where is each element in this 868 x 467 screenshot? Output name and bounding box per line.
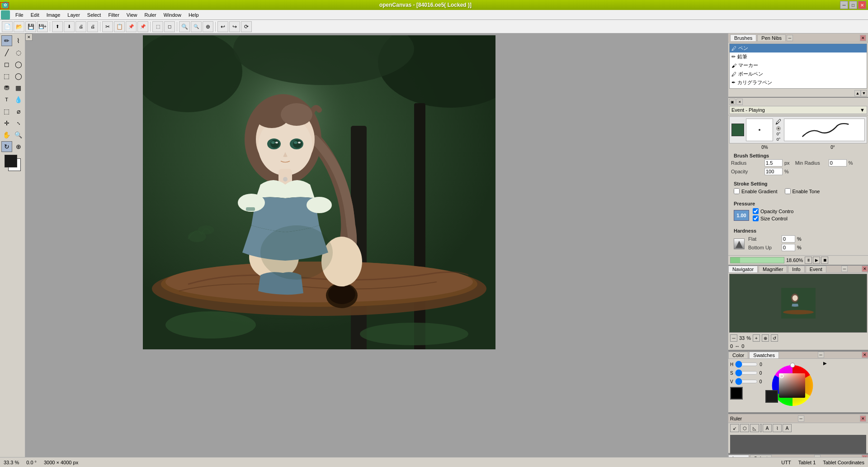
- tab-event[interactable]: Event: [806, 266, 826, 272]
- text-tool[interactable]: T: [1, 94, 12, 105]
- save-as-button[interactable]: 💾+: [37, 21, 48, 32]
- print-button[interactable]: 🖨: [75, 21, 86, 32]
- import-button[interactable]: ⬆: [52, 21, 63, 32]
- select-lasso-tool[interactable]: ⌀: [13, 106, 24, 117]
- maximize-button[interactable]: □: [849, 1, 857, 9]
- zoom-out-button[interactable]: 🔍: [191, 21, 202, 32]
- brush-item-marker[interactable]: 🖌 マーカー: [730, 61, 867, 70]
- zoom2-tool[interactable]: ⊕: [13, 141, 24, 152]
- undo-button[interactable]: ↩: [217, 21, 228, 32]
- menu-file[interactable]: File: [12, 11, 27, 19]
- fit-button[interactable]: ⊕: [203, 21, 213, 32]
- radius-input[interactable]: [764, 159, 783, 167]
- zoom-tool[interactable]: 🔍: [13, 129, 24, 140]
- event-dropdown-arrow[interactable]: ▼: [860, 107, 865, 113]
- ruler-minimize-button[interactable]: ─: [798, 415, 804, 422]
- close-button[interactable]: ✕: [858, 1, 866, 9]
- brushes-close-button[interactable]: ✕: [860, 35, 866, 41]
- min-radius-input[interactable]: [829, 159, 847, 167]
- export-button[interactable]: ⬇: [64, 21, 75, 32]
- brush-action-btn2[interactable]: ✕: [736, 99, 743, 105]
- canvas-artwork[interactable]: [143, 35, 495, 349]
- current-color-swatch[interactable]: [730, 387, 743, 400]
- fill-tool[interactable]: ⛃: [1, 82, 12, 93]
- color-fg-swatch[interactable]: [765, 390, 778, 403]
- zoom-in-button[interactable]: 🔍: [179, 21, 190, 32]
- brush-action-btn1[interactable]: ▣: [729, 99, 736, 105]
- menu-help[interactable]: Help: [185, 11, 203, 19]
- color-close-button[interactable]: ✕: [862, 352, 868, 358]
- color-minimize-button[interactable]: ─: [818, 352, 824, 358]
- brush-color-swatch[interactable]: [731, 124, 744, 136]
- tab-info[interactable]: Info: [788, 266, 804, 272]
- opacity-control-checkbox[interactable]: [753, 208, 759, 214]
- stop-button[interactable]: ⏹: [821, 257, 828, 264]
- menu-select[interactable]: Select: [84, 11, 105, 19]
- open-button[interactable]: 📂: [14, 21, 24, 32]
- select-rect-tool[interactable]: ⬚: [1, 106, 12, 117]
- copy-button[interactable]: 📋: [114, 21, 125, 32]
- nav-fit-button[interactable]: ⊕: [762, 334, 769, 342]
- line-tool[interactable]: ╱: [1, 47, 12, 58]
- brush-tool[interactable]: ⌇: [13, 35, 24, 46]
- cut-button[interactable]: ✂: [102, 21, 113, 32]
- ruler-tool-3[interactable]: ◺: [750, 424, 759, 432]
- ruler-tool-1[interactable]: ↙: [730, 424, 739, 432]
- pause-button[interactable]: ⏸: [805, 257, 812, 264]
- redo2-button[interactable]: ⟳: [241, 21, 252, 32]
- nav-reset-button[interactable]: ↺: [771, 334, 778, 342]
- flat-input[interactable]: [782, 235, 795, 243]
- new-button[interactable]: 📄: [2, 21, 13, 32]
- color-options-button[interactable]: ▶: [823, 361, 827, 366]
- dropper-tool[interactable]: 💧: [13, 94, 24, 105]
- menu-filter[interactable]: Filter: [104, 11, 123, 19]
- ruler-tool-5[interactable]: ⌇: [773, 424, 782, 432]
- canvas-close-button[interactable]: ✕: [25, 33, 33, 41]
- airbrush-tool[interactable]: ◌: [13, 47, 24, 58]
- brush-scroll-down[interactable]: ▼: [861, 90, 867, 96]
- brush-item-pencil[interactable]: ✏ 鉛筆: [730, 52, 867, 61]
- tab-navigator[interactable]: Navigator: [728, 266, 758, 272]
- circle-tool[interactable]: ◯: [13, 71, 24, 81]
- nav-close-button[interactable]: ✕: [862, 266, 868, 272]
- color-wheel[interactable]: [765, 361, 820, 410]
- tab-swatches[interactable]: Swatches: [749, 352, 779, 358]
- opacity-input-brush[interactable]: [764, 168, 783, 175]
- brushes-list[interactable]: 🖊 ペン ✏ 鉛筆 🖌 マーカー 🖊 ボールペン: [729, 43, 867, 89]
- nav-zoom-in-button[interactable]: +: [753, 334, 760, 342]
- minimize-button[interactable]: ─: [840, 1, 848, 9]
- tab-magnifier[interactable]: Magnifier: [759, 266, 787, 272]
- ruler-close-button[interactable]: ✕: [860, 415, 866, 422]
- gradient-tool[interactable]: ▦: [13, 82, 24, 93]
- deselect-button[interactable]: ◻: [164, 21, 175, 32]
- s-slider[interactable]: [735, 369, 758, 376]
- color-preview[interactable]: [5, 155, 21, 171]
- brushes-minimize-button[interactable]: ─: [787, 35, 793, 41]
- paste-button[interactable]: 📌: [126, 21, 137, 32]
- ruler-tool-2[interactable]: ⬡: [740, 424, 749, 432]
- menu-image[interactable]: Image: [43, 11, 64, 19]
- hand-tool[interactable]: ✋: [1, 129, 12, 140]
- menu-view[interactable]: View: [123, 11, 141, 19]
- nav-minimize-button[interactable]: ─: [841, 266, 848, 272]
- eraser-tool[interactable]: ◻: [1, 59, 12, 70]
- select-all-button[interactable]: ⬚: [152, 21, 163, 32]
- h-slider[interactable]: [735, 361, 758, 368]
- menu-ruler[interactable]: Ruler: [141, 11, 160, 19]
- ruler-tool-4[interactable]: A: [763, 424, 772, 432]
- pen-tool[interactable]: ✏: [1, 35, 12, 46]
- ruler-tool-6[interactable]: A: [783, 424, 792, 432]
- transform-tool[interactable]: ⤡: [13, 118, 24, 129]
- menu-window[interactable]: Window: [160, 11, 185, 19]
- rotate-tool[interactable]: ↻: [1, 141, 12, 152]
- bottom-up-input[interactable]: [782, 244, 795, 251]
- v-slider[interactable]: [735, 378, 758, 385]
- enable-gradient-checkbox[interactable]: [734, 188, 740, 194]
- brush-scroll-up[interactable]: ▲: [854, 90, 861, 96]
- menu-edit[interactable]: Edit: [27, 11, 43, 19]
- nav-zoom-out-button[interactable]: ─: [730, 334, 737, 342]
- tab-color[interactable]: Color: [728, 352, 748, 358]
- menu-layer[interactable]: Layer: [64, 11, 84, 19]
- play-button[interactable]: ▶: [813, 257, 820, 264]
- print2-button[interactable]: 🖨: [87, 21, 98, 32]
